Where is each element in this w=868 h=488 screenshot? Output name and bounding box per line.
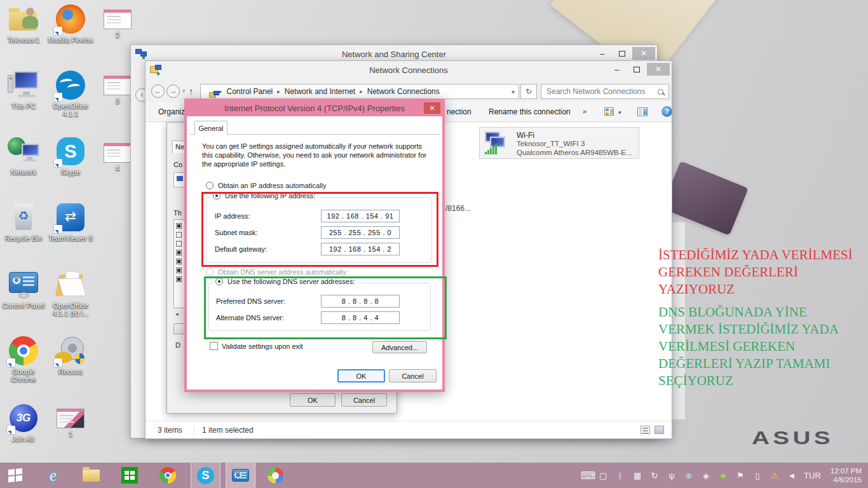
cancel-button[interactable]: Cancel (341, 393, 387, 407)
sync-icon[interactable]: ↻ (649, 471, 660, 480)
preview-pane-icon[interactable] (637, 107, 648, 116)
action-center-flag-icon[interactable]: ⚑ (735, 471, 745, 480)
leaf-icon[interactable]: ♣ (718, 471, 728, 480)
skype-icon: S (55, 136, 86, 166)
taskbar-explorer[interactable] (76, 463, 106, 488)
minimize-button[interactable]: – (607, 63, 626, 76)
radio-icon[interactable] (206, 268, 214, 276)
window-icon[interactable]: ▢ (598, 471, 608, 480)
preferred-dns-field[interactable]: 8 . 8 . 8 . 8 (321, 295, 400, 308)
desktop-icon-join-air[interactable]: 3G Join Air (0, 403, 47, 443)
maximize-button[interactable] (613, 47, 631, 60)
control-panel-icon (232, 469, 249, 482)
forward-button[interactable]: → (166, 85, 180, 98)
radio-obtain-dns[interactable]: Obtain DNS server address automatically (206, 268, 346, 276)
shield-icon[interactable]: ◈ (701, 471, 711, 480)
up-button[interactable]: ↑ (189, 86, 194, 97)
general-tab[interactable]: General (194, 121, 227, 135)
desktop-icon-firefox[interactable]: Mozilla Firefox (47, 4, 94, 44)
large-icons-view-icon[interactable] (654, 426, 664, 434)
title-bar[interactable]: Network Connections – ✕ (146, 61, 672, 80)
volume-icon[interactable]: ◄ (787, 471, 797, 480)
taskbar-chrome[interactable] (153, 463, 182, 488)
view-dropdown-icon[interactable]: ▾ (618, 109, 621, 116)
desktop-icon-recycle-bin[interactable]: ♻ Recycle Bin (0, 202, 47, 242)
language-indicator[interactable]: TUR (804, 471, 821, 480)
advanced-button[interactable]: Advanced... (372, 341, 427, 353)
address-dropdown-icon[interactable]: ▾ (512, 88, 515, 95)
desktop-icon-teknosor1[interactable]: Teknosor1 (0, 4, 47, 44)
maximize-button[interactable] (627, 63, 646, 76)
desktop-icon-label: Skype (47, 168, 94, 176)
desktop-icon-control-panel[interactable]: Control Panel (0, 269, 47, 309)
close-button[interactable]: ✕ (632, 47, 655, 60)
cancel-button[interactable]: Cancel (389, 369, 437, 383)
bluetooth-icon[interactable]: ᛒ (615, 471, 625, 480)
radio-use-ip[interactable]: Use the following IP address: (210, 192, 318, 200)
taskbar-control-panel[interactable] (226, 463, 255, 488)
scroll-left-icon[interactable]: ◂ (175, 311, 179, 317)
radio-icon[interactable] (206, 182, 214, 189)
desktop-icon-teamviewer[interactable]: ⇄ TeamViewer 8 (47, 202, 94, 242)
taskbar-paint[interactable] (261, 463, 290, 488)
details-view-icon[interactable] (641, 426, 650, 434)
wifi-warning-icon[interactable]: ⚠ (770, 471, 780, 480)
dialog-title: Internet Protocol Version 4 (TCP/IPv4) P… (224, 104, 405, 113)
ok-button[interactable]: OK (290, 393, 336, 407)
desktop-icon-label: Recycle Bin (0, 234, 47, 242)
validate-checkbox[interactable] (210, 342, 218, 350)
ipv4-properties-dialog: Internet Protocol Version 4 (TCP/IPv4) P… (184, 98, 445, 392)
control-panel-icon (8, 269, 39, 300)
help-icon[interactable]: ? (661, 106, 672, 117)
close-icon[interactable]: ✕ (424, 102, 440, 114)
taskbar-store[interactable] (114, 463, 144, 488)
user-folder-icon (8, 4, 39, 34)
desktop-icon-recuva[interactable]: Recuva (47, 336, 94, 376)
usb-icon[interactable]: ψ (667, 471, 677, 480)
desktop-icon-this-pc[interactable]: This PC (0, 70, 47, 110)
ok-button[interactable]: OK (337, 369, 385, 383)
breadcrumb[interactable]: ▸ Control Panel ▸ Network and Internet ▸… (200, 84, 519, 99)
start-button[interactable] (0, 463, 30, 488)
rename-connection-button[interactable]: Rename this connection (489, 107, 571, 116)
desktop-icon-label: 2 (94, 31, 141, 39)
taskbar-skype[interactable]: S (191, 463, 220, 488)
radio-icon[interactable] (215, 278, 223, 285)
battery-icon[interactable]: ▯ (752, 471, 763, 480)
breadcrumb-item[interactable]: Control Panel (227, 87, 273, 96)
back-button[interactable]: ← (151, 85, 165, 98)
desktop-icon-network[interactable]: Network (0, 136, 47, 176)
toolbar-overflow-icon[interactable]: » (583, 107, 587, 115)
display-icon[interactable]: ▦ (632, 471, 642, 480)
chrome-icon (159, 467, 176, 484)
desktop-icon-skype[interactable]: S Skype (47, 136, 94, 176)
close-button[interactable]: ✕ (647, 63, 670, 76)
dialog-title-bar[interactable]: Internet Protocol Version 4 (TCP/IPv4) P… (187, 100, 442, 116)
search-input[interactable]: Search Network Connections (541, 84, 669, 99)
wifi-connection-item[interactable]: Wi-Fi Teknosor_TT_WIFI 3 Qualcomm Athero… (479, 127, 639, 159)
desktop-icon-openoffice-tr[interactable]: OpenOffice 4.1.1 (tr) l... (47, 269, 94, 317)
search-placeholder: Search Network Connections (546, 87, 645, 96)
minimize-button[interactable]: – (593, 47, 611, 60)
desktop-icon-chrome[interactable]: Google Chrome (0, 336, 47, 383)
radio-obtain-ip[interactable]: Obtain an IP address automatically (206, 181, 326, 190)
clock[interactable]: 12:07 PM 4/8/2015 (831, 466, 862, 484)
desktop-icon-1[interactable]: 1 (47, 403, 94, 438)
search-icon[interactable] (658, 89, 663, 95)
view-options-icon[interactable] (604, 107, 614, 116)
breadcrumb-item[interactable]: Network and Internet (285, 87, 355, 96)
alternate-dns-field[interactable]: 8 . 8 . 4 . 4 (321, 311, 400, 324)
description-label: D (175, 341, 180, 349)
keyboard-icon[interactable]: ⌨ (581, 470, 591, 482)
breadcrumb-item[interactable]: Network Connections (367, 87, 440, 96)
desktop-icon-openoffice[interactable]: OpenOffice 4.1.1 (47, 70, 94, 118)
refresh-button[interactable]: ↻ (520, 84, 537, 99)
globe-icon[interactable]: ⊕ (684, 471, 694, 480)
taskbar-ie[interactable]: e (38, 463, 68, 488)
desktop-icon-2[interactable]: 2 (94, 4, 141, 39)
toolbar-text-fragment[interactable]: nection (447, 107, 471, 116)
radio-use-dns[interactable]: Use the following DNS server addresses: (213, 278, 358, 285)
recent-pages-dropdown-icon[interactable]: ▾ (182, 88, 186, 94)
desktop-icon-label: Join Air (0, 435, 47, 443)
radio-icon[interactable] (213, 192, 220, 200)
